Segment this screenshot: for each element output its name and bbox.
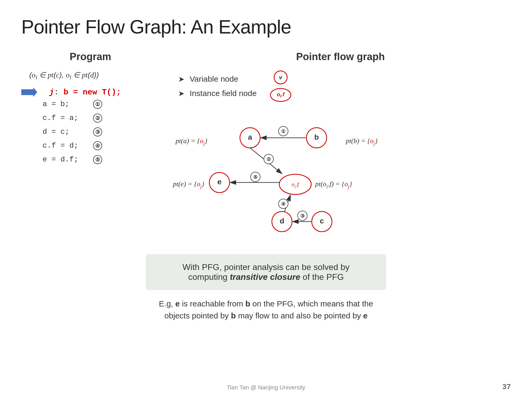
code-cf-eq-a: c.f = a; xyxy=(43,114,85,122)
svg-text:pt(e) = {oj}: pt(e) = {oj} xyxy=(172,180,205,189)
code-d-eq-c: d = c; xyxy=(43,128,85,136)
box-line2: computing xyxy=(188,272,230,282)
instance-node-demo: oi.f xyxy=(270,88,291,102)
num-2: ② xyxy=(93,114,102,123)
svg-text:a: a xyxy=(248,133,252,141)
program-lines: a = b; ① c.f = a; ② d = c; ③ c.f = d; ④ … xyxy=(21,100,160,164)
eg-line1: E.g, e is reachable from b on the PFG, w… xyxy=(21,298,511,310)
box-line1: With PFG, pointer analysis can be solved… xyxy=(182,262,350,272)
program-header: Program xyxy=(21,51,160,63)
svg-text:④: ④ xyxy=(281,201,285,207)
num-3: ③ xyxy=(93,127,102,136)
svg-text:pt(b) = {oj}: pt(b) = {oj} xyxy=(345,137,378,146)
code-e-eq-df: e = d.f; xyxy=(43,155,85,164)
prog-line-1: a = b; ① xyxy=(43,100,160,109)
prog-line-5: e = d.f; ⑤ xyxy=(43,155,160,164)
blue-arrow-icon xyxy=(21,88,37,97)
bottom-area: With PFG, pointer analysis can be solved… xyxy=(21,255,511,322)
pfg-svg: pt(a) = {oj} pt(b) = {oj} a b xyxy=(170,107,410,240)
new-t-line: j: b = new T(); xyxy=(41,88,121,97)
eg-line2: objects pointed by b may flow to and als… xyxy=(21,310,511,322)
svg-text:b: b xyxy=(314,133,319,141)
prog-line-3: d = c; ③ xyxy=(43,127,160,136)
slide-title: Pointer Flow Graph: An Example xyxy=(21,16,511,38)
arrow-line: j: b = new T(); xyxy=(21,88,160,97)
eg-text: E.g, e is reachable from b on the PFG, w… xyxy=(21,298,511,322)
svg-text:pt(a) = {oj}: pt(a) = {oj} xyxy=(175,137,208,146)
legend-variable-label: Variable node xyxy=(190,74,238,84)
svg-text:③: ③ xyxy=(300,213,305,219)
slide: Pointer Flow Graph: An Example Program (… xyxy=(0,0,532,399)
svg-text:①: ① xyxy=(281,129,285,134)
num-1: ① xyxy=(93,100,102,109)
svg-text:d: d xyxy=(280,217,284,225)
footer: Tian Tan @ Nanjing University xyxy=(0,384,532,391)
var-node-demo: v xyxy=(274,70,288,84)
code-a-eq-b: a = b; xyxy=(43,100,85,108)
content-area: Program (oi ∈ pt(c), oi ∈ pt(d)) j: b = … xyxy=(21,51,511,241)
page-number: 37 xyxy=(502,383,511,391)
prog-line-2: c.f = a; ② xyxy=(43,114,160,123)
legend-variable: ➤ Variable node xyxy=(178,74,257,84)
num-5: ⑤ xyxy=(93,155,102,164)
box-end: of the PFG xyxy=(300,272,344,282)
condition-line: (oi ∈ pt(c), oi ∈ pt(d)) xyxy=(21,70,160,81)
highlight-box: With PFG, pointer analysis can be solved… xyxy=(146,255,386,290)
code-cf-eq-d: c.f = d; xyxy=(43,142,85,150)
svg-text:②: ② xyxy=(267,157,271,162)
svg-text:⑤: ⑤ xyxy=(253,174,257,180)
box-bold: transitive closure xyxy=(230,272,300,282)
svg-text:pt(oi.f) = {oj}: pt(oi.f) = {oj} xyxy=(315,180,352,189)
svg-text:e: e xyxy=(217,178,222,186)
graph-area: pt(a) = {oj} pt(b) = {oj} a b xyxy=(170,107,511,241)
right-panel: Pointer flow graph ➤ Variable node ➤ Ins… xyxy=(170,51,511,241)
left-panel: Program (oi ∈ pt(c), oi ∈ pt(d)) j: b = … xyxy=(21,51,160,241)
svg-text:c: c xyxy=(320,217,324,225)
footer-text: Tian Tan @ Nanjing University xyxy=(227,384,305,391)
prog-line-4: c.f = d; ④ xyxy=(43,141,160,150)
num-4: ④ xyxy=(93,141,102,150)
legend-instance: ➤ Instance field node xyxy=(178,89,257,98)
graph-header: Pointer flow graph xyxy=(170,51,511,63)
node-oif xyxy=(279,174,311,194)
legend-instance-label: Instance field node xyxy=(190,89,257,98)
